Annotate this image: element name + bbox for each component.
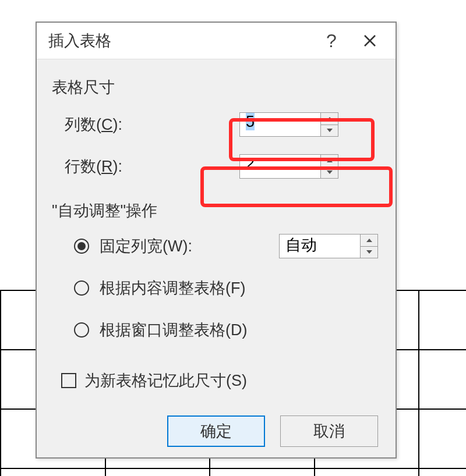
rows-row: 行数(R): 2: [52, 152, 380, 180]
triangle-down-icon: [327, 170, 333, 174]
columns-spinner: 5: [239, 112, 338, 137]
svg-marker-3: [327, 129, 333, 132]
triangle-down-icon: [327, 129, 333, 132]
columns-input[interactable]: 5: [239, 112, 321, 137]
svg-marker-6: [366, 239, 372, 242]
fit-window-label: 根据窗口调整表格(D): [100, 319, 248, 340]
dialog-footer: 确定 取消: [52, 415, 380, 447]
fit-content-label: 根据内容调整表格(F): [100, 278, 246, 299]
cancel-button[interactable]: 取消: [280, 415, 378, 447]
fit-content-radio[interactable]: [74, 280, 89, 296]
fixed-width-decrement[interactable]: [361, 247, 377, 258]
columns-spinner-buttons: [321, 112, 338, 137]
fixed-width-input[interactable]: 自动: [279, 234, 361, 258]
autofit-section: "自动调整"操作 固定列宽(W): 自动 根据内容调整表格(F) 根据: [52, 200, 380, 342]
triangle-up-icon: [366, 239, 372, 242]
fixed-width-spinner: 自动: [279, 234, 378, 258]
svg-marker-4: [327, 159, 333, 162]
close-button[interactable]: [349, 29, 391, 53]
svg-marker-2: [327, 117, 333, 120]
triangle-up-icon: [327, 159, 333, 162]
table-size-label: 表格尺寸: [52, 77, 380, 98]
dialog-title: 插入表格: [48, 30, 314, 51]
columns-decrement[interactable]: [321, 125, 338, 137]
columns-increment[interactable]: [321, 113, 338, 125]
fit-window-row: 根据窗口调整表格(D): [52, 318, 380, 342]
rows-increment[interactable]: [321, 155, 338, 167]
rows-spinner-buttons: [321, 154, 338, 179]
rows-spinner: 2: [239, 154, 338, 179]
remember-checkbox[interactable]: [61, 373, 76, 388]
fixed-width-increment[interactable]: [361, 235, 377, 247]
columns-row: 列数(C): 5: [52, 111, 380, 138]
dialog-titlebar[interactable]: 插入表格 ?: [37, 23, 396, 59]
fit-content-row: 根据内容调整表格(F): [52, 276, 380, 300]
remember-label: 为新表格记忆此尺寸(S): [84, 370, 247, 391]
rows-label: 行数(R):: [65, 156, 239, 177]
triangle-down-icon: [366, 250, 372, 254]
help-button[interactable]: ?: [314, 30, 349, 52]
autofit-label: "自动调整"操作: [52, 200, 380, 221]
fixed-width-radio[interactable]: [74, 239, 89, 254]
columns-label: 列数(C):: [65, 114, 239, 135]
svg-marker-5: [327, 170, 333, 174]
triangle-up-icon: [327, 117, 333, 120]
ok-button[interactable]: 确定: [167, 415, 265, 447]
fixed-width-spinner-buttons: [361, 234, 378, 258]
remember-row: 为新表格记忆此尺寸(S): [52, 370, 380, 391]
close-icon: [363, 34, 376, 47]
fixed-width-row: 固定列宽(W): 自动: [52, 234, 380, 258]
svg-marker-7: [366, 250, 372, 254]
rows-input[interactable]: 2: [239, 154, 321, 179]
rows-decrement[interactable]: [321, 167, 338, 179]
fit-window-radio[interactable]: [74, 322, 89, 338]
dialog-body: 表格尺寸 列数(C): 5 行数(R): 2 "自动调整"操: [37, 59, 396, 457]
insert-table-dialog: 插入表格 ? 表格尺寸 列数(C): 5 行数(R): 2: [36, 22, 397, 459]
fixed-width-label: 固定列宽(W):: [100, 236, 192, 257]
